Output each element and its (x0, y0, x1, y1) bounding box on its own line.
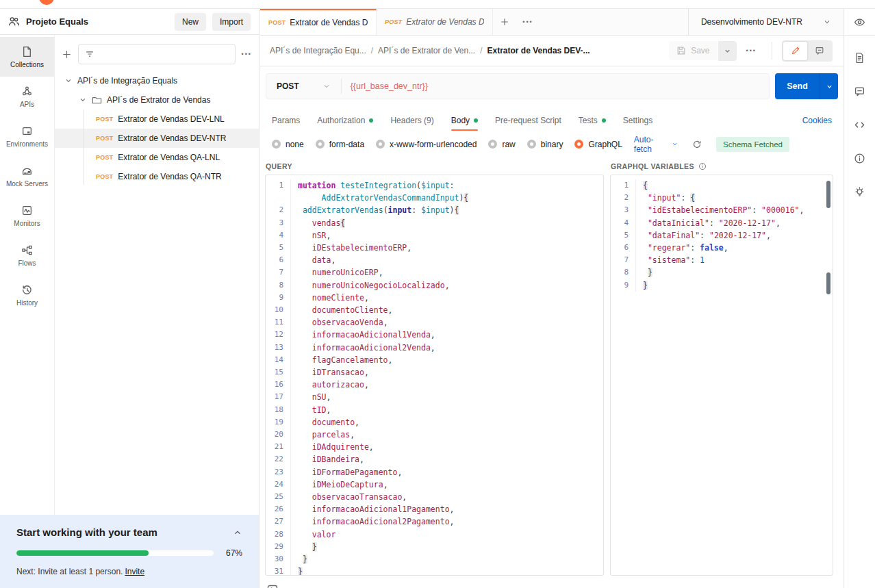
code-text: "input": { (635, 192, 833, 204)
line-number: 5 (266, 242, 290, 254)
code-text: autorizacao, (290, 379, 603, 391)
code-line: 11observacaoVenda, (266, 316, 603, 329)
breadcrumb-segment[interactable]: Extrator de Vendas DEV-... (487, 46, 590, 55)
tab-settings[interactable]: Settings (623, 107, 652, 133)
line-number: 14 (266, 354, 290, 366)
code-line: 20parcelas, (266, 429, 603, 441)
url-input[interactable]: {{url_base_dev_ntr}} (342, 81, 437, 91)
tree-item-extrator-de-vendas-qa-lnl[interactable]: POSTExtrator de Vendas QA-LNL (55, 148, 259, 167)
query-editor[interactable]: 1mutation testeIntegration($input:AddExt… (265, 175, 604, 576)
code-text: "regerar": false, (635, 242, 833, 254)
refresh-schema-button[interactable] (692, 140, 702, 149)
variables-scrollbar-thumb[interactable] (826, 272, 830, 294)
tree-item-extrator-de-vendas-dev-ntr[interactable]: POSTExtrator de Vendas DEV-NTR (55, 129, 259, 148)
variables-scrollbar-thumb[interactable] (826, 181, 830, 208)
tree-item-label: API´s de Integração Equals (77, 76, 177, 86)
code-line: 13informacaoAdicional2Venda, (266, 342, 603, 354)
code-text: "sistema": 1 (635, 254, 833, 266)
documentation-icon[interactable] (854, 52, 865, 64)
save-icon (676, 46, 686, 55)
request-more-actions-button[interactable]: ••• (737, 48, 766, 54)
breadcrumb: API´s de Integração Equ.../API´s de Extr… (270, 46, 590, 55)
rail-item-monitors[interactable]: Monitors (0, 196, 54, 235)
url-row: POST {{url_base_dev_ntr}} Send (260, 66, 844, 107)
send-button[interactable]: Send (775, 73, 838, 99)
send-options-chevron[interactable] (820, 73, 838, 99)
info-icon[interactable] (854, 153, 865, 164)
line-number: 31 (266, 565, 290, 576)
tree-more-actions-button[interactable]: ••• (242, 51, 252, 57)
tree-item-label: Extrator de Vendas QA-NTR (118, 172, 221, 181)
chevron-down-icon (64, 77, 73, 85)
rail-item-mock-servers[interactable]: Mock Servers (0, 156, 54, 196)
body-type-graphql[interactable]: GraphQL (574, 140, 622, 149)
code-line: 24iDMeioDeCaptura, (266, 478, 603, 491)
code-text: "idEstabelecimentoERP": "000016", (635, 204, 833, 216)
tab-pre-request-script[interactable]: Pre-request Script (495, 107, 561, 133)
environment-selector[interactable]: Desenvolvimento DEV-NTR (688, 9, 844, 35)
pull-request-bulb-icon[interactable] (854, 186, 865, 198)
request-tab-strip: POSTExtrator de Vendas DEVPOSTExtrator d… (260, 9, 844, 36)
comment-icon[interactable] (854, 86, 865, 97)
tree-item-api-s-de-integra-o-equals[interactable]: API´s de Integração Equals (55, 71, 259, 90)
code-line: 26informacaoAdicional1Pagamento, (266, 503, 603, 515)
line-number: 11 (266, 316, 290, 329)
request-tab-1[interactable]: POSTExtrator de Vendas DEV (260, 9, 377, 35)
body-type-none[interactable]: none (272, 140, 304, 149)
tree-item-api-s-de-extrator-de-vendas[interactable]: API´s de Extrator de Vendas (55, 90, 259, 110)
invite-link[interactable]: Invite (125, 567, 144, 576)
rail-item-environments[interactable]: Environments (0, 116, 54, 156)
cookies-link[interactable]: Cookies (802, 116, 832, 125)
edit-mode-button[interactable] (783, 42, 807, 60)
body-type-options: noneform-datax-www-form-urlencodedrawbin… (272, 140, 622, 149)
method-dropdown[interactable]: POST (266, 81, 341, 91)
body-type-form-data[interactable]: form-data (316, 140, 364, 149)
body-type-x-www-form-urlencoded[interactable]: x-www-form-urlencoded (376, 140, 477, 149)
collapse-chevron-up-icon[interactable] (233, 528, 242, 537)
tab-headers-9[interactable]: Headers (9) (390, 107, 433, 133)
rail-item-apis[interactable]: APIs (0, 77, 54, 116)
code-text: } (635, 279, 833, 292)
line-number: 8 (611, 266, 635, 279)
rail-item-history[interactable]: History (0, 275, 54, 315)
tab-options-button[interactable]: ••• (516, 9, 540, 35)
body-type-binary[interactable]: binary (527, 140, 563, 149)
code-line: 22iDBandeira, (266, 453, 603, 465)
line-number: 23 (266, 466, 290, 478)
breadcrumb-row: API´s de Integração Equ.../API´s de Extr… (260, 36, 844, 66)
line-number: 3 (611, 204, 635, 216)
collection-search-input[interactable] (78, 44, 236, 64)
save-button[interactable]: Save (669, 41, 717, 60)
breadcrumb-separator: / (371, 46, 373, 55)
breadcrumb-segment[interactable]: API´s de Extrator de Ven... (378, 46, 475, 55)
environment-quick-look-button[interactable] (844, 9, 875, 36)
code-snippet-icon[interactable] (854, 119, 865, 131)
save-options-chevron[interactable] (718, 41, 737, 61)
chevron-down-icon (79, 96, 87, 104)
response-section-peek-button[interactable] (267, 585, 278, 588)
request-tab-2[interactable]: POSTExtrator de Vendas DEV (377, 9, 493, 35)
new-button[interactable]: New (175, 13, 206, 31)
rail-item-collections[interactable]: Collections (0, 37, 54, 77)
tab-body[interactable]: Body (451, 107, 478, 133)
import-button[interactable]: Import (212, 13, 251, 31)
tab-params[interactable]: Params (272, 107, 300, 133)
breadcrumb-segment[interactable]: API´s de Integração Equ... (270, 46, 366, 55)
comment-mode-button[interactable] (807, 42, 831, 60)
tab-authorization[interactable]: Authorization (317, 107, 373, 133)
variables-editor[interactable]: 1{2"input": {3"idEstabelecimentoERP": "0… (610, 175, 833, 576)
method-label: POST (96, 135, 113, 142)
add-collection-button[interactable] (62, 49, 72, 60)
top-strip (0, 0, 875, 9)
tab-label: Pre-request Script (495, 116, 561, 125)
body-type-raw[interactable]: raw (488, 140, 515, 149)
tab-tests[interactable]: Tests (579, 107, 606, 133)
new-tab-button[interactable] (493, 9, 516, 35)
workspace-name: Projeto Equals (26, 16, 88, 27)
radio-unselected (376, 140, 385, 149)
rail-item-flows[interactable]: Flows (0, 235, 54, 275)
autofetch-dropdown[interactable]: Auto-fetch (634, 135, 678, 154)
tree-item-label: Extrator de Vendas QA-LNL (118, 153, 220, 162)
tree-item-extrator-de-vendas-qa-ntr[interactable]: POSTExtrator de Vendas QA-NTR (55, 167, 259, 186)
tree-item-extrator-de-vendas-dev-lnl[interactable]: POSTExtrator de Vendas DEV-LNL (55, 110, 259, 129)
